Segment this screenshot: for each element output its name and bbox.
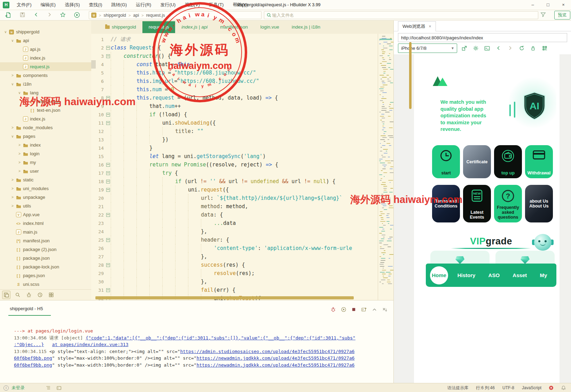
nav-item-my[interactable]: My — [540, 272, 547, 278]
menu-item-5[interactable]: 运行(R) — [131, 2, 156, 7]
tree-item-utils[interactable]: >utils — [0, 202, 91, 210]
app-tile-terms-and-conditions[interactable]: Terms and Conditions — [432, 185, 460, 222]
editor-tab-index-js-api[interactable]: index.js | api — [175, 21, 214, 33]
terminal-icon[interactable] — [56, 385, 62, 391]
tree-item-package-lock-json[interactable]: [ ]package-lock.json — [0, 262, 91, 271]
tree-item-text-ch-json[interactable]: [ ]text-ch.json — [0, 97, 91, 106]
tree-item-uni-modules[interactable]: >uni_modules — [0, 184, 91, 193]
forward-icon[interactable] — [47, 12, 52, 17]
menu-item-0[interactable]: 文件(F) — [12, 2, 36, 7]
fold-icon[interactable] — [105, 263, 111, 267]
chevron-down-icon[interactable]: ∨ — [10, 39, 15, 42]
editor-tab-index-js-i18n[interactable]: index.js | i18n — [286, 21, 327, 33]
bug-icon[interactable] — [25, 291, 33, 299]
tree-item-api-js[interactable]: Japi.js — [0, 45, 91, 54]
code-line-29[interactable]: 29resolve(res); — [91, 269, 377, 277]
nav-item-history[interactable]: History — [457, 272, 476, 278]
close-console-icon[interactable] — [382, 307, 387, 312]
app-tile-withdrawal[interactable]: Withdrawal — [525, 145, 553, 178]
tree-item-package-2-json[interactable]: [ ]package (2).json — [0, 245, 91, 254]
url-bar[interactable] — [398, 33, 567, 42]
star-icon[interactable] — [60, 12, 66, 18]
fold-icon[interactable] — [105, 121, 111, 125]
code-line-11[interactable]: 11uni.showLoading({ — [91, 119, 377, 127]
code-line-31[interactable]: 31fail(err) { — [91, 286, 377, 294]
tree-item-static[interactable]: >static — [0, 175, 91, 184]
nav-item-aso[interactable]: ASO — [488, 272, 500, 278]
code-line-13[interactable]: 13}) — [91, 135, 377, 144]
fold-icon[interactable] — [105, 188, 111, 192]
qrcode-icon[interactable] — [541, 45, 548, 52]
chevron-right-icon[interactable]: > — [10, 126, 15, 130]
breadcrumb-item[interactable]: request.js — [146, 13, 165, 18]
code-line-1[interactable]: 1// 请求 — [91, 35, 377, 44]
breadcrumb-item[interactable]: shippergold — [103, 13, 126, 18]
preview-scrollbar[interactable] — [409, 42, 412, 109]
chevron-right-icon[interactable]: > — [17, 169, 22, 173]
code-line-2[interactable]: 2class Requests { — [91, 44, 377, 52]
chevron-down-icon[interactable]: ∨ — [3, 30, 8, 34]
history-icon[interactable] — [36, 291, 44, 299]
tree-item-i18n[interactable]: ∨i18n — [0, 80, 91, 88]
preview-button[interactable]: 预览 — [554, 11, 570, 19]
browser-tab[interactable]: Web浏览器 × — [398, 21, 436, 31]
forward-icon[interactable] — [507, 45, 514, 52]
tree-item-login[interactable]: >login — [0, 149, 91, 158]
code-line-21[interactable]: 21method: method, — [91, 202, 377, 211]
lock-icon[interactable] — [530, 45, 537, 52]
code-line-22[interactable]: 22data: { — [91, 211, 377, 219]
code-line-9[interactable]: 9that.num++ — [91, 102, 377, 110]
code-line-26[interactable]: 26'content-type': 'application/x-www-for… — [91, 244, 377, 252]
tree-item-lang[interactable]: ∨lang — [0, 88, 91, 97]
hero-banner[interactable]: We match you withquality global appoptim… — [426, 70, 556, 136]
chevron-right-icon[interactable]: > — [17, 152, 22, 156]
code-line-6[interactable]: 6this.img_url="https://608.jiuzhouw.cc/" — [91, 77, 377, 85]
code-line-3[interactable]: 3constructor() { — [91, 52, 377, 60]
app-tile-certificate[interactable]: Certificate — [463, 145, 491, 178]
open-external-icon[interactable] — [461, 45, 468, 52]
editor-tab-login-vue[interactable]: login.vue — [254, 21, 286, 33]
search-input[interactable] — [272, 13, 517, 18]
tree-item-uni-scss[interactable]: Suni.scss — [0, 280, 91, 289]
console-line-4[interactable]: 13:00:34.115 <p style="text-align: cente… — [14, 348, 355, 355]
code-line-14[interactable]: 14} — [91, 144, 377, 152]
chevron-right-icon[interactable]: > — [10, 73, 15, 77]
tree-item-pages-json[interactable]: [ ]pages.json — [0, 271, 91, 280]
code-line-5[interactable]: 5this.http = "https://608.jiuzhouw.cc/" — [91, 69, 377, 77]
fold-icon[interactable] — [105, 171, 111, 175]
refresh-icon[interactable] — [518, 45, 525, 52]
editor-tab-manifest-json[interactable]: manifest.json — [214, 21, 254, 33]
console-line-2[interactable]: 13:00:34.056 请求 [object] {"code":1,"data… — [14, 335, 355, 342]
maximize-button[interactable]: □ — [540, 0, 556, 9]
tree-item-shippergold[interactable]: ∨ushippergold — [0, 28, 91, 36]
console-tab[interactable]: shippergold - H5 — [10, 306, 43, 311]
chevron-right-icon[interactable]: > — [10, 187, 15, 190]
nav-item-asset[interactable]: Asset — [513, 272, 527, 278]
search-icon[interactable] — [14, 291, 22, 299]
tree-item-index-js[interactable]: Jindex.js — [0, 54, 91, 62]
app-tile-start[interactable]: start — [432, 145, 460, 178]
syntax-library-status[interactable]: 语法提示库 — [447, 385, 468, 391]
tree-item-manifest-json[interactable]: [*]manifest.json — [0, 236, 91, 245]
code-line-16[interactable]: 16return new Promise((resolve, reject) =… — [91, 160, 377, 169]
menu-item-4[interactable]: 跳转(G) — [107, 2, 132, 7]
outline-icon[interactable] — [46, 385, 51, 391]
menu-item-6[interactable]: 发行(U) — [156, 2, 180, 7]
fold-icon[interactable] — [105, 54, 111, 58]
code-line-17[interactable]: 17try { — [91, 169, 377, 177]
code-line-15[interactable]: 15let lang = uni.getStorageSync('lang') — [91, 152, 377, 160]
language-mode-status[interactable]: JavaScript — [522, 385, 541, 390]
close-icon[interactable]: × — [429, 24, 431, 29]
console-icon[interactable] — [484, 45, 491, 52]
chevron-right-icon[interactable]: > — [17, 160, 22, 164]
menu-item-2[interactable]: 选择(S) — [60, 2, 84, 7]
tree-item-components[interactable]: >components — [0, 71, 91, 80]
fold-icon[interactable] — [105, 96, 111, 100]
new-terminal-icon[interactable] — [361, 307, 367, 312]
code-line-20[interactable]: 20url: `${that.http}/index/${url}?lang=$… — [91, 194, 377, 202]
tree-item-user[interactable]: >user — [0, 167, 91, 175]
chevron-right-icon[interactable]: > — [10, 178, 15, 182]
code-line-7[interactable]: 7this.num = 0 — [91, 85, 377, 94]
chevron-right-icon[interactable]: > — [17, 143, 22, 147]
tree-item-api[interactable]: ∨api — [0, 36, 91, 45]
